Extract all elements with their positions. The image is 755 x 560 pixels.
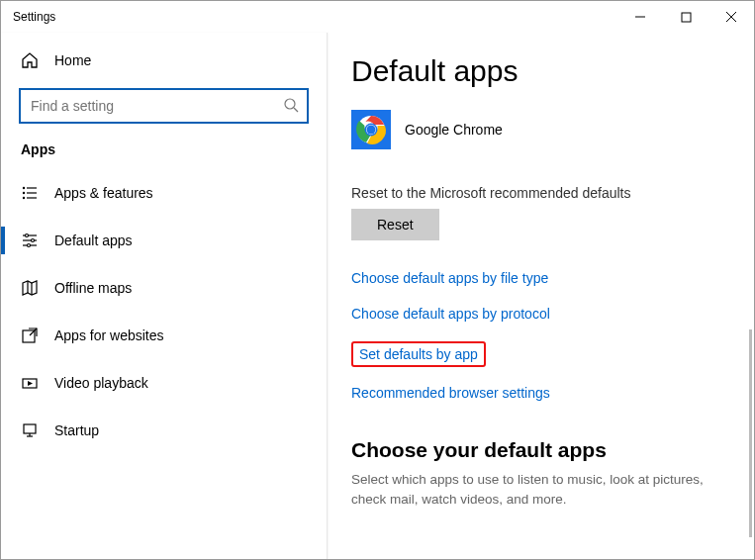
sidebar-item-label: Startup [54, 422, 99, 438]
subsection-title: Choose your default apps [351, 438, 730, 462]
sidebar: Home Apps Apps & features [1, 33, 328, 559]
svg-point-8 [23, 192, 24, 193]
default-browser-label: Google Chrome [405, 122, 503, 138]
reset-description: Reset to the Microsoft recommended defau… [351, 185, 730, 201]
sidebar-home-label: Home [54, 52, 91, 68]
defaults-icon [21, 232, 39, 249]
svg-line-5 [294, 108, 298, 112]
svg-rect-1 [682, 13, 691, 22]
sidebar-item-video-playback[interactable]: Video playback [1, 359, 327, 407]
link-by-protocol[interactable]: Choose default apps by protocol [351, 306, 730, 322]
page-title: Default apps [351, 54, 730, 88]
svg-point-31 [367, 126, 376, 135]
sidebar-item-label: Offline maps [54, 280, 132, 296]
svg-point-6 [23, 187, 24, 188]
window-controls [617, 1, 754, 33]
sidebar-item-label: Apps & features [54, 185, 153, 201]
scrollbar[interactable] [749, 329, 752, 537]
sidebar-item-default-apps[interactable]: Default apps [1, 217, 327, 264]
choose-defaults-section: Choose your default apps Select which ap… [351, 438, 730, 511]
close-button[interactable] [708, 1, 754, 33]
window-title: Settings [13, 10, 55, 24]
search-input-wrap[interactable] [19, 88, 309, 124]
list-icon [21, 184, 39, 202]
svg-line-21 [30, 328, 37, 335]
minimize-button[interactable] [617, 1, 663, 33]
sidebar-section-label: Apps [1, 141, 327, 157]
startup-icon [21, 421, 39, 439]
svg-point-10 [23, 197, 24, 198]
sidebar-home[interactable]: Home [1, 41, 327, 80]
svg-point-15 [26, 234, 29, 237]
sidebar-item-label: Default apps [54, 233, 133, 248]
chrome-icon [351, 110, 391, 149]
sidebar-item-apps-for-websites[interactable]: Apps for websites [1, 312, 327, 359]
svg-point-4 [285, 99, 295, 109]
sidebar-item-label: Video playback [54, 375, 148, 391]
video-icon [21, 374, 39, 392]
sidebar-item-label: Apps for websites [54, 327, 164, 343]
link-by-file-type[interactable]: Choose default apps by file type [351, 270, 730, 286]
open-icon [21, 327, 39, 344]
title-bar: Settings [1, 1, 754, 33]
svg-point-16 [32, 239, 35, 242]
link-browser-settings[interactable]: Recommended browser settings [351, 385, 730, 401]
home-icon [21, 51, 39, 69]
link-set-defaults-by-app[interactable]: Set defaults by app [351, 341, 486, 367]
sidebar-item-apps-features[interactable]: Apps & features [1, 169, 327, 217]
default-browser-row[interactable]: Google Chrome [351, 110, 730, 149]
maximize-button[interactable] [663, 1, 708, 33]
content-pane: Default apps Google Chrome Reset to the … [328, 33, 754, 559]
svg-marker-23 [28, 381, 33, 386]
svg-point-17 [28, 244, 31, 247]
map-icon [21, 279, 39, 297]
sidebar-item-startup[interactable]: Startup [1, 407, 327, 454]
search-icon [283, 97, 299, 116]
search-input[interactable] [29, 97, 283, 115]
sidebar-item-offline-maps[interactable]: Offline maps [1, 264, 327, 312]
reset-button[interactable]: Reset [351, 209, 439, 240]
svg-rect-24 [24, 424, 36, 433]
subsection-desc: Select which apps to use to listen to mu… [351, 470, 730, 511]
